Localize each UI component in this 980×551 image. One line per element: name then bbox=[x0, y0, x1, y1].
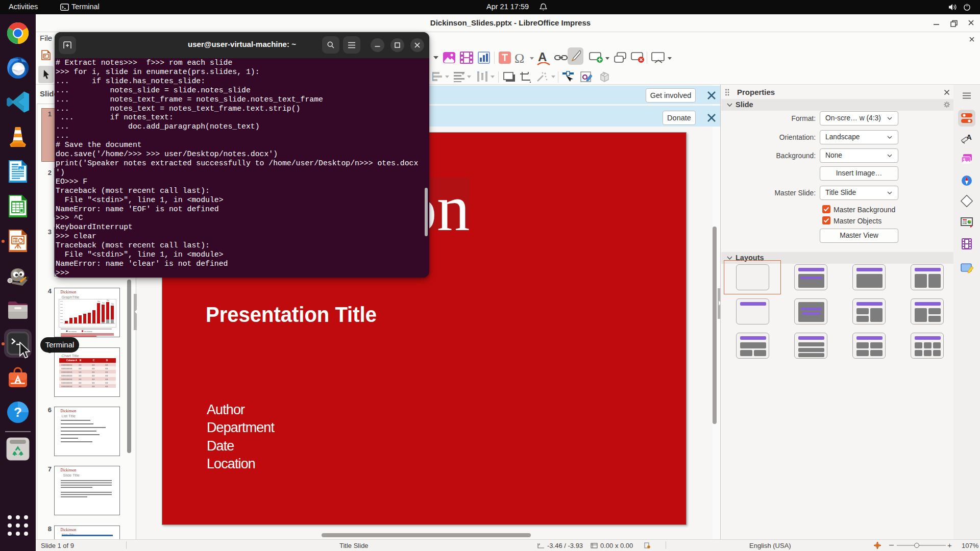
svg-text:XX: XX bbox=[79, 374, 82, 377]
svg-text:XX: XX bbox=[105, 385, 108, 388]
svg-text:XXXXXXXX: XXXXXXXX bbox=[61, 378, 72, 381]
svg-text:XX: XX bbox=[79, 371, 82, 373]
svg-text:XX: XX bbox=[79, 378, 82, 381]
svg-text:XX: XX bbox=[105, 371, 108, 373]
svg-text:XX: XX bbox=[105, 364, 108, 366]
svg-text:Xxx: Xxx bbox=[111, 303, 114, 305]
svg-text:XXXXXXXX: XXXXXXXX bbox=[61, 374, 72, 377]
svg-text:XX: XX bbox=[92, 367, 95, 370]
svg-text:XX: XX bbox=[92, 374, 95, 377]
svg-text:XX: XX bbox=[105, 378, 108, 381]
svg-text:XX: XX bbox=[79, 364, 82, 366]
svg-text:XXXXXXXX: XXXXXXXX bbox=[61, 385, 72, 388]
svg-text:XX: XX bbox=[105, 382, 108, 384]
svg-text:Xxx: Xxx bbox=[107, 299, 110, 302]
svg-text:XXXXXXXX: XXXXXXXX bbox=[61, 371, 72, 373]
svg-text:XX: XX bbox=[92, 382, 95, 384]
svg-text:XX: XX bbox=[105, 374, 108, 377]
svg-text:XX: XX bbox=[92, 378, 95, 381]
svg-text:XX: XX bbox=[79, 382, 82, 384]
svg-text:xxx xxxxxxx: xxx xxxxxxx bbox=[68, 331, 77, 333]
svg-text:XX: XX bbox=[92, 371, 95, 373]
svg-text:XXXXXXXX: XXXXXXXX bbox=[61, 382, 72, 384]
svg-text:XXXXXXXX: XXXXXXXX bbox=[61, 364, 72, 366]
svg-text:Column A: Column A bbox=[66, 359, 78, 362]
svg-text:Xxx: Xxx bbox=[102, 302, 105, 304]
svg-text:Xxx: Xxx bbox=[97, 300, 101, 303]
svg-text:XXXXXXXX: XXXXXXXX bbox=[61, 367, 72, 370]
svg-text:XX: XX bbox=[79, 385, 82, 388]
svg-text:?: ? bbox=[14, 405, 22, 420]
svg-text:XX: XX bbox=[79, 367, 82, 370]
svg-text:XX: XX bbox=[92, 364, 95, 366]
svg-text:XX: XX bbox=[92, 385, 95, 388]
svg-text:XX: XX bbox=[105, 367, 108, 370]
svg-text:xxx xxxxxxx: xxx xxxxxxx bbox=[84, 331, 92, 333]
